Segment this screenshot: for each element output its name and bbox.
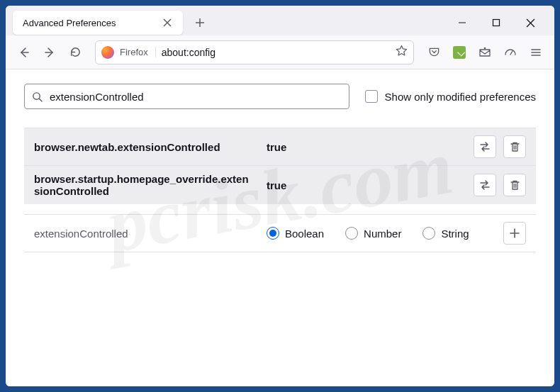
radio-label: Number [364,228,401,240]
close-tab-icon[interactable] [159,14,176,31]
forward-button[interactable] [38,41,61,64]
toggle-button[interactable] [474,135,496,158]
modified-only-label: Show only modified preferences [385,91,536,103]
firefox-logo-icon [101,46,114,59]
new-pref-name: extensionControlled [34,228,261,240]
search-value: extensionControlled [50,91,144,103]
radio-label: Boolean [285,228,324,240]
minimize-button[interactable] [452,13,472,33]
bookmark-star-icon[interactable] [396,45,408,60]
pref-row[interactable]: browser.newtab.extensionControlled true [24,128,536,165]
delete-button[interactable] [503,174,526,196]
toggle-button[interactable] [474,174,496,196]
prefs-list: browser.newtab.extensionControlled true … [24,128,536,252]
dashboard-icon[interactable] [499,41,522,64]
radio-number[interactable]: Number [345,227,401,240]
tab-title: Advanced Preferences [23,18,159,28]
radio-boolean[interactable]: Boolean [267,227,324,240]
new-pref-row: extensionControlled Boolean Number Strin… [24,214,536,252]
pref-value: true [267,179,468,191]
modified-only-checkbox[interactable]: Show only modified preferences [365,90,536,103]
radio-icon [345,227,358,240]
about-config-content: extensionControlled Show only modified p… [6,69,554,386]
reload-button[interactable] [64,41,86,64]
svg-point-1 [484,47,486,49]
url-text: about:config [162,47,390,58]
window-controls [452,13,547,33]
radio-string[interactable]: String [422,227,469,240]
pref-value: true [267,141,468,153]
maximize-button[interactable] [486,13,506,33]
delete-button[interactable] [503,135,526,158]
svg-rect-0 [493,20,500,26]
close-window-button[interactable] [520,13,540,33]
pocket-icon[interactable] [422,41,445,64]
pref-search-input[interactable]: extensionControlled [24,84,349,109]
type-radios: Boolean Number String [267,227,498,240]
app-menu-icon[interactable] [525,41,547,64]
checkbox-icon [365,90,378,103]
pref-name: browser.newtab.extensionControlled [34,141,261,153]
pref-row[interactable]: browser.startup.homepage_override.extens… [24,165,536,204]
radio-icon [267,227,279,240]
address-bar[interactable]: Firefox about:config [95,40,414,65]
pref-name: browser.startup.homepage_override.extens… [34,173,261,197]
nav-toolbar: Firefox about:config [6,35,554,69]
titlebar: Advanced Preferences [6,6,554,35]
new-tab-button[interactable] [189,11,211,34]
browser-tab-active[interactable]: Advanced Preferences [13,11,183,35]
radio-icon [422,227,435,240]
extension-icon[interactable] [448,41,471,64]
inbox-icon[interactable] [474,41,496,64]
search-row: extensionControlled Show only modified p… [24,84,536,109]
add-pref-button[interactable] [503,222,526,245]
identity-label: Firefox [120,47,156,57]
browser-window: Advanced Preferences [6,6,554,386]
radio-label: String [441,228,469,240]
search-icon [32,91,43,102]
back-button[interactable] [13,41,35,64]
